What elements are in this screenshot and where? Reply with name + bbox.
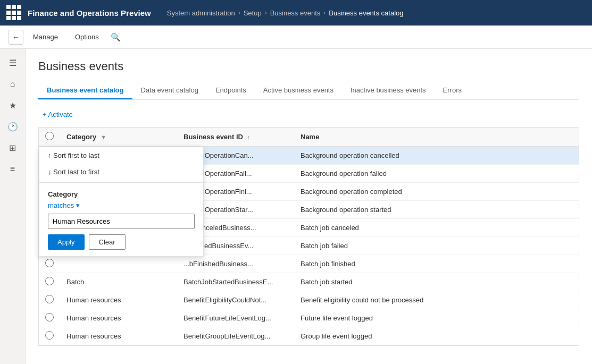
sidebar-clock-icon[interactable]: 🕐 — [3, 117, 22, 136]
table-row: ...bFinishedBusiness...Batch job finishe… — [39, 255, 579, 273]
chevron-down-icon: ▾ — [76, 201, 80, 209]
row-radio-cell — [39, 327, 60, 345]
th-check — [39, 128, 60, 147]
row-select-radio[interactable] — [45, 331, 54, 340]
row-category — [60, 255, 177, 273]
main-content: Business events Business event catalog D… — [26, 49, 592, 364]
tab-errors[interactable]: Errors — [435, 82, 470, 99]
filter-divider — [39, 182, 203, 183]
row-select-radio[interactable] — [45, 313, 54, 321]
breadcrumb-sep-3: › — [323, 9, 326, 16]
sidebar-home-icon[interactable]: ⌂ — [3, 74, 22, 94]
row-radio-cell — [39, 309, 60, 327]
row-name: Background operation started — [294, 201, 579, 219]
table-row: Human resourcesBenefitEligibilityCouldNo… — [39, 291, 579, 309]
tabs: Business event catalog Data event catalo… — [38, 82, 579, 100]
row-category: Human resources — [60, 309, 177, 327]
row-radio-cell — [39, 255, 60, 273]
table-container: ↑ Sort first to last ↓ Sort last to firs… — [38, 127, 579, 346]
clear-button[interactable]: Clear — [89, 234, 126, 250]
row-event-id: BatchJobStartedBusinessE... — [177, 273, 294, 291]
sort-asc-item[interactable]: ↑ Sort first to last — [39, 147, 203, 164]
breadcrumb-item-3[interactable]: Business events — [270, 9, 321, 17]
app-title: Finance and Operations Preview — [28, 9, 151, 18]
sidebar: ☰ ⌂ ★ 🕐 ⊞ ≡ — [0, 49, 26, 364]
th-category-label: Category — [66, 133, 96, 141]
row-select-radio[interactable] — [45, 295, 54, 303]
breadcrumb-sep-1: › — [238, 9, 240, 16]
row-category: Batch — [60, 273, 177, 291]
sidebar-hamburger-icon[interactable]: ☰ — [3, 53, 22, 72]
breadcrumb-sep-2: › — [265, 9, 267, 16]
tab-endpoints[interactable]: Endpoints — [207, 82, 255, 99]
table-row: Human resourcesBenefitGroupLifeEventLog.… — [39, 327, 579, 345]
sort-asc-label: ↑ Sort first to last — [48, 151, 99, 159]
row-name: Background operation failed — [294, 165, 579, 183]
row-name: Batch job finished — [294, 255, 579, 273]
row-name: Benefit eligibility could not be process… — [294, 291, 579, 309]
th-event-id-label: Business event ID — [184, 133, 243, 141]
sort-desc-item[interactable]: ↓ Sort last to first — [39, 164, 203, 180]
row-event-id: ...bFinishedBusiness... — [177, 255, 294, 273]
search-icon[interactable]: 🔍 — [109, 30, 123, 45]
row-name: Group life event logged — [294, 327, 579, 345]
page-title: Business events — [38, 60, 579, 73]
secondary-nav: ← Manage Options 🔍 — [0, 26, 592, 49]
row-name: Batch job started — [294, 273, 579, 291]
filter-actions: Apply Clear — [39, 229, 203, 250]
row-select-radio[interactable] — [45, 277, 54, 285]
th-category[interactable]: Category ▼ — [60, 128, 177, 147]
row-event-id: BenefitGroupLifeEventLog... — [177, 327, 294, 345]
row-name: Future life event logged — [294, 309, 579, 327]
table-row: BatchBatchJobStartedBusinessE...Batch jo… — [39, 273, 579, 291]
filter-category-label: Category — [39, 185, 203, 200]
manage-button[interactable]: Manage — [26, 30, 65, 44]
table-header-row: Category ▼ Business event ID ↑ Name — [39, 128, 579, 147]
th-name: Name — [294, 128, 579, 147]
toolbar: + Activate — [38, 108, 579, 121]
th-name-label: Name — [301, 133, 319, 141]
activate-label: + Activate — [43, 111, 73, 118]
activate-button[interactable]: + Activate — [38, 108, 77, 121]
breadcrumb-item-1[interactable]: System administration — [167, 9, 235, 17]
app-grid-icon[interactable] — [6, 5, 22, 21]
row-category: Human resources — [60, 291, 177, 309]
row-event-id: BenefitFutureLifeEventLog... — [177, 309, 294, 327]
table-row: Human resourcesBenefitFutureLifeEventLog… — [39, 309, 579, 327]
filter-popup: ↑ Sort first to last ↓ Sort last to firs… — [39, 147, 204, 257]
top-bar: Finance and Operations Preview System ad… — [0, 0, 592, 26]
apply-button[interactable]: Apply — [48, 234, 85, 250]
row-category: Human resources — [60, 327, 177, 345]
sort-desc-label: ↓ Sort last to first — [48, 168, 99, 176]
options-button[interactable]: Options — [68, 30, 106, 44]
row-radio-cell — [39, 291, 60, 309]
filter-matches-label: matches — [48, 201, 74, 209]
layout: ☰ ⌂ ★ 🕐 ⊞ ≡ Business events Business eve… — [0, 49, 592, 364]
breadcrumb-item-2[interactable]: Setup — [244, 9, 262, 17]
breadcrumb: System administration › Setup › Business… — [167, 9, 404, 17]
tab-inactive[interactable]: Inactive business events — [342, 82, 435, 99]
breadcrumb-item-4: Business events catalog — [329, 9, 403, 17]
th-event-id[interactable]: Business event ID ↑ — [177, 128, 294, 147]
row-event-id: BenefitEligibilityCouldNot... — [177, 291, 294, 309]
select-all-radio[interactable] — [45, 132, 54, 140]
sidebar-star-icon[interactable]: ★ — [3, 96, 22, 115]
tab-catalog[interactable]: Business event catalog — [38, 82, 132, 99]
event-id-sort-icon[interactable]: ↑ — [247, 134, 251, 140]
tab-active[interactable]: Active business events — [255, 82, 342, 99]
filter-input[interactable] — [48, 214, 195, 229]
tab-data-event[interactable]: Data event catalog — [132, 82, 207, 99]
row-name: Batch job failed — [294, 237, 579, 255]
category-filter-icon[interactable]: ▼ — [101, 134, 106, 140]
row-name: Background operation completed — [294, 183, 579, 201]
row-radio-cell — [39, 273, 60, 291]
row-select-radio[interactable] — [45, 259, 54, 267]
sidebar-list-icon[interactable]: ≡ — [3, 159, 22, 179]
sidebar-grid-icon[interactable]: ⊞ — [3, 138, 22, 157]
back-button[interactable]: ← — [9, 30, 23, 45]
filter-matches-dropdown[interactable]: matches ▾ — [39, 200, 203, 214]
row-name: Background operation cancelled — [294, 147, 579, 165]
row-name: Batch job canceled — [294, 219, 579, 237]
